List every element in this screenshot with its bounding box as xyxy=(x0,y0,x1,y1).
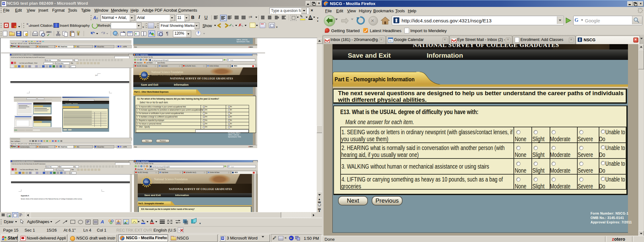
svg-text:NSF: NSF xyxy=(142,74,147,77)
svg-text:NSF: NSF xyxy=(144,181,149,184)
